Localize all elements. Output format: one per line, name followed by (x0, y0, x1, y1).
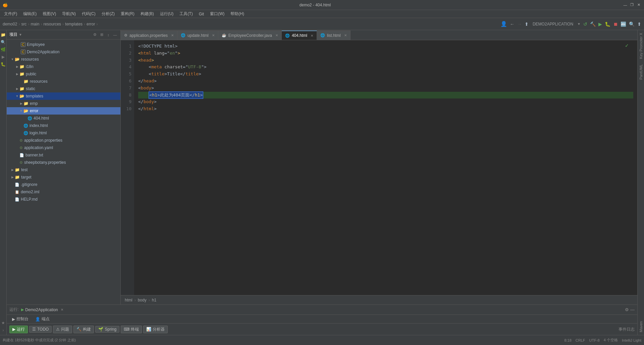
breadcrumb-item-src[interactable]: src (21, 22, 26, 26)
breadcrumb-item-templates[interactable]: templates (65, 22, 83, 26)
breadcrumb-item-error[interactable]: error (87, 22, 95, 26)
tree-item-loginhtml[interactable]: 🌐login.html (7, 129, 120, 137)
sidebar-layout-icon[interactable]: ⊞ (99, 32, 104, 38)
maximize-button[interactable]: ❐ (629, 2, 635, 8)
menu-item-c[interactable]: 代码(C) (79, 10, 98, 17)
tab-close-404html[interactable]: ✕ (311, 34, 313, 38)
events-log-label[interactable]: 事件日志 (619, 327, 635, 332)
search-icon[interactable]: 🔍 (1, 40, 6, 45)
build-button[interactable]: 🔨 (590, 21, 596, 27)
pantuml-tab[interactable]: PantUML (638, 62, 644, 82)
tab-appprop[interactable]: ⚙application.properties✕ (121, 30, 177, 40)
tab-close-empcontroller[interactable]: ✕ (275, 33, 278, 37)
sidebar-dropdown-arrow[interactable]: ▼ (19, 33, 22, 37)
tree-item-applicationproperties[interactable]: ⚙application.properties (7, 137, 120, 144)
sidebar-content[interactable]: CEmployeeCDemo2Application▼📂resources▶📁i… (7, 40, 120, 304)
tree-item-emp[interactable]: ▶📁emp (7, 100, 120, 107)
debug-side-icon[interactable]: 🐛 (1, 62, 6, 67)
tree-item-target[interactable]: ▶📁target (7, 174, 120, 181)
breadcrumb-item-main[interactable]: main (31, 22, 39, 26)
git-icon[interactable]: 🌿 (1, 47, 6, 52)
analyzer-button[interactable]: 📊 分析器 (143, 326, 168, 333)
more-tools-icon[interactable]: › (1, 328, 6, 333)
code-editor[interactable]: <!DOCTYPE html><html lang="en"><head> <m… (134, 40, 637, 295)
terminal-button[interactable]: ⌨ 终端 (121, 326, 142, 333)
profile-icon[interactable]: 👤 (500, 21, 507, 27)
sidebar-collapse-icon[interactable]: — (112, 32, 118, 38)
tab-close-update[interactable]: ✕ (212, 33, 215, 37)
run-tool-button[interactable]: ▶ 运行 (9, 326, 28, 333)
tree-item-404html[interactable]: 🌐404.html (7, 115, 120, 122)
tree-item-helpmd[interactable]: 📄HELP.md (7, 196, 120, 203)
menu-item-z[interactable]: 分析(Z) (99, 10, 117, 17)
ide-indicator[interactable]: IntelliJ Light (622, 338, 641, 342)
tree-item-resources[interactable]: ▼📂resources (7, 56, 120, 63)
run-button[interactable]: ▶ (598, 21, 602, 27)
tree-item-bannertxt[interactable]: 📄banner.txt (7, 151, 120, 159)
menu-item-u[interactable]: 运行(U) (157, 10, 176, 17)
tree-item-test[interactable]: ▶📁test (7, 166, 120, 174)
bookmark-icon[interactable]: ★ (1, 320, 6, 326)
translate-button[interactable]: 🔤 (621, 21, 626, 27)
tree-item-gitignore[interactable]: 📄.gitignore (7, 181, 120, 188)
menu-item-r[interactable]: 重构(R) (118, 10, 137, 17)
menu-item-v[interactable]: 视图(V) (40, 10, 59, 17)
menu-item-h[interactable]: 帮助(H) (228, 10, 247, 17)
line-ending-indicator[interactable]: CRLF (576, 338, 585, 342)
tree-item-error[interactable]: ▼📂error (7, 107, 120, 115)
close-run-icon[interactable]: — (630, 307, 635, 312)
tab-update[interactable]: 🌐update.html✕ (177, 30, 218, 40)
run-app-close[interactable]: ✕ (61, 308, 63, 312)
menu-item-w[interactable]: 窗口(W) (207, 10, 227, 17)
console-tab[interactable]: ▶ 控制台 (9, 315, 31, 323)
debug-button[interactable]: 🐛 (605, 21, 610, 27)
maven-tab[interactable]: Maven (638, 319, 644, 335)
menu-item-f[interactable]: 文件(F) (1, 10, 20, 17)
refresh-button[interactable]: ↺ (583, 21, 587, 27)
tree-item-indexhtml[interactable]: 🌐index.html (7, 122, 120, 129)
encoding-indicator[interactable]: UTF-8 (589, 338, 600, 342)
menu-item-b[interactable]: 构建(B) (138, 10, 157, 17)
gear-run-icon[interactable]: ⚙ (625, 307, 629, 312)
key-promoter-tab[interactable]: Key Promoter X (638, 30, 644, 62)
problems-button[interactable]: ⚠ 问题 (53, 326, 72, 333)
line-col-indicator[interactable]: 8:18 (564, 338, 571, 342)
tree-item-sheepbotanyproperties[interactable]: ⚙sheepbotany.properties (7, 159, 120, 166)
back-button[interactable]: ← (510, 21, 515, 27)
stop-button[interactable]: ⏹ (613, 21, 618, 27)
build-tool-button[interactable]: 🔨 构建 (73, 326, 94, 333)
run-icon[interactable]: ▶ (1, 54, 6, 60)
forward-button[interactable]: → (517, 21, 522, 27)
update-button[interactable]: ⬆ (637, 21, 641, 27)
menu-item-e[interactable]: 编辑(E) (20, 10, 39, 17)
tab-close-listhtml[interactable]: ✕ (344, 33, 347, 37)
tree-item-i18n[interactable]: ▶📁i18n (7, 63, 120, 70)
tree-item-public[interactable]: ▶📁public (7, 70, 120, 78)
spring-button[interactable]: 🌱 Spring (95, 326, 119, 333)
breadcrumb-item-resources[interactable]: resources (43, 22, 61, 26)
tree-item-templates[interactable]: ▼📂templates (7, 92, 120, 100)
dropdown-arrow[interactable]: ▼ (577, 22, 581, 26)
menu-item-git[interactable]: Git (196, 11, 207, 17)
folder-icon[interactable]: 📁 (1, 32, 6, 38)
tree-item-employee[interactable]: CEmployee (7, 41, 120, 48)
tree-item-demo2application[interactable]: CDemo2Application (7, 48, 120, 56)
tab-listhtml[interactable]: 🌐list.html✕ (317, 30, 351, 40)
minimize-button[interactable]: — (623, 2, 628, 8)
indent-indicator[interactable]: 4 个空格 (604, 338, 618, 343)
update-icon[interactable]: ⬆ (525, 21, 529, 27)
tree-item-demo2iml[interactable]: 📋demo2.iml (7, 188, 120, 196)
search-button[interactable]: 🔍 (629, 21, 635, 27)
sidebar-sort-icon[interactable]: ↕ (106, 32, 111, 38)
tab-404html[interactable]: 🌐404.html✕ (282, 30, 317, 40)
tree-item-static[interactable]: ▶📁static (7, 85, 120, 92)
menu-item-t[interactable]: 工具(T) (177, 10, 195, 17)
breadcrumb-item-demo02[interactable]: demo02 (3, 22, 17, 26)
tree-item-resources[interactable]: 📁resources (7, 78, 120, 85)
menu-item-n[interactable]: 导航(N) (59, 10, 78, 17)
todo-button[interactable]: ☰ TODO (29, 326, 52, 333)
tab-close-appprop[interactable]: ✕ (171, 33, 174, 37)
tab-empcontroller[interactable]: ☕EmployeeController.java✕ (218, 30, 282, 40)
sidebar-settings-icon[interactable]: ⚙ (92, 32, 98, 38)
close-button[interactable]: ✕ (636, 2, 641, 8)
